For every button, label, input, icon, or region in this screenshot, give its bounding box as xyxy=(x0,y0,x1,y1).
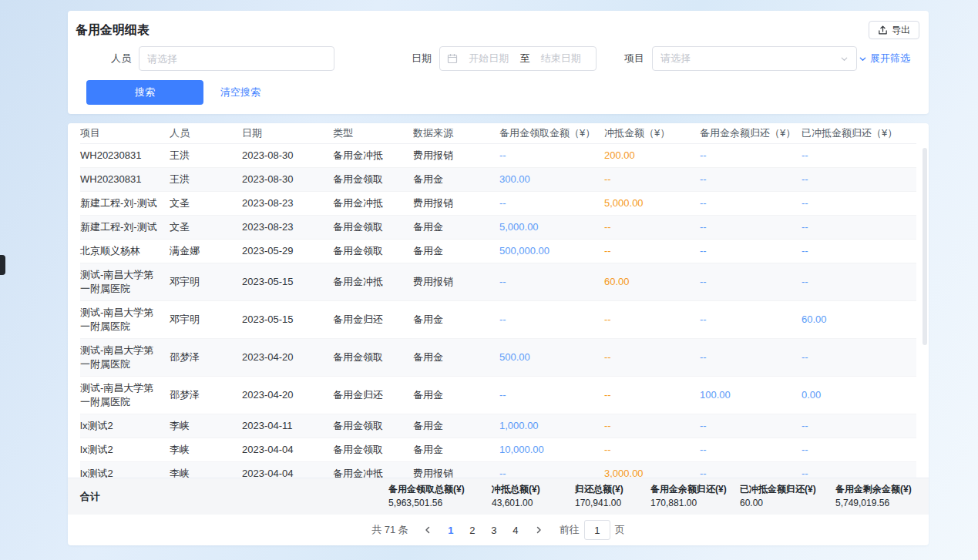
cell-offset_return: 0.00 xyxy=(802,376,916,414)
project-filter-select[interactable]: 请选择 xyxy=(652,46,857,71)
table-row[interactable]: lx测试2李峡2023-04-04备用金冲抵费用报销--3,000.00---- xyxy=(80,461,916,478)
cell-type: 备用金冲抵 xyxy=(333,263,413,300)
next-page-button[interactable] xyxy=(530,524,547,536)
export-button-label: 导出 xyxy=(892,25,910,35)
chevron-left-icon xyxy=(423,525,432,535)
page-button[interactable]: 3 xyxy=(484,520,504,540)
col-header-project: 项目 xyxy=(80,123,170,143)
date-start-placeholder: 开始日期 xyxy=(461,52,517,65)
summary-item: 冲抵总额(¥)43,601.00 xyxy=(492,484,575,509)
table-row[interactable]: 新建工程-刘-测试文圣2023-08-23备用金冲抵费用报销--5,000.00… xyxy=(80,191,916,215)
cell-source: 备用金 xyxy=(413,167,499,191)
goto-page-input[interactable] xyxy=(584,520,610,540)
cell-type: 备用金归还 xyxy=(333,300,413,338)
table-row[interactable]: 测试-南昌大学第一附属医院邵梦泽2023-04-20备用金领取备用金500.00… xyxy=(80,338,916,376)
date-end-placeholder: 结束日期 xyxy=(533,52,590,65)
cell-person: 李峡 xyxy=(170,461,242,478)
table-row[interactable]: 测试-南昌大学第一附属医院邓宇明2023-05-15备用金归还备用金------… xyxy=(80,300,916,338)
col-header-source: 数据来源 xyxy=(413,123,499,143)
table-row[interactable]: lx测试2李峡2023-04-04备用金领取备用金10,000.00------ xyxy=(80,438,916,461)
table-row[interactable]: WH20230831王洪2023-08-30备用金领取备用金300.00----… xyxy=(80,167,916,191)
table-row[interactable]: 测试-南昌大学第一附属医院邵梦泽2023-04-20备用金归还备用金----10… xyxy=(80,376,916,414)
page-button[interactable]: 2 xyxy=(462,520,482,540)
table-row[interactable]: 测试-南昌大学第一附属医院邓宇明2023-05-15备用金冲抵费用报销--60.… xyxy=(80,263,916,300)
table-scrollbar[interactable] xyxy=(923,148,927,345)
cell-source: 费用报销 xyxy=(413,263,499,300)
cell-offset_return: -- xyxy=(802,167,916,191)
cell-balance_return: -- xyxy=(700,167,802,191)
cell-balance_return: -- xyxy=(700,215,802,239)
col-header-balance-return: 备用金余额归还（¥） xyxy=(700,123,802,143)
cell-type: 备用金领取 xyxy=(333,215,413,239)
page-button[interactable]: 4 xyxy=(506,520,526,540)
table-row[interactable]: lx测试2李峡2023-04-11备用金领取备用金1,000.00------ xyxy=(80,414,916,438)
col-header-offset-return: 已冲抵金额归还（¥） xyxy=(802,123,916,143)
cell-date: 2023-08-30 xyxy=(242,143,333,167)
export-button[interactable]: 导出 xyxy=(869,21,919,39)
calendar-icon xyxy=(447,53,458,64)
cell-offset_return: -- xyxy=(802,338,916,376)
clear-search-link[interactable]: 清空搜索 xyxy=(220,86,260,99)
cell-project: lx测试2 xyxy=(80,438,170,461)
cell-project: 北京顺义杨林 xyxy=(80,239,170,263)
project-filter-placeholder: 请选择 xyxy=(660,52,840,65)
expand-filters-label: 展开筛选 xyxy=(870,52,910,65)
page-title: 备用金明细表 xyxy=(76,22,150,39)
cell-type: 备用金领取 xyxy=(333,239,413,263)
cell-date: 2023-08-30 xyxy=(242,167,333,191)
cell-balance_return: -- xyxy=(700,191,802,215)
col-header-withdraw-amount: 备用金领取金额（¥） xyxy=(499,123,604,143)
table-row[interactable]: 新建工程-刘-测试文圣2023-08-23备用金领取备用金5,000.00---… xyxy=(80,215,916,239)
prev-page-button[interactable] xyxy=(419,524,436,536)
table-row[interactable]: WH20230831王洪2023-08-30备用金冲抵费用报销--200.00-… xyxy=(80,143,916,167)
cell-withdraw: 500,000.00 xyxy=(499,239,604,263)
cell-project: WH20230831 xyxy=(80,143,170,167)
pagination-total: 共 71 条 xyxy=(371,523,408,537)
date-separator: 至 xyxy=(520,52,530,65)
date-range-input[interactable]: 开始日期 至 结束日期 xyxy=(439,46,597,71)
cell-balance_return: -- xyxy=(700,239,802,263)
cell-date: 2023-08-23 xyxy=(242,191,333,215)
page-button[interactable]: 1 xyxy=(441,520,461,540)
cell-project: WH20230831 xyxy=(80,167,170,191)
cell-balance_return: -- xyxy=(700,300,802,338)
cell-person: 邵梦泽 xyxy=(170,376,242,414)
cell-type: 备用金领取 xyxy=(333,338,413,376)
cell-source: 备用金 xyxy=(413,215,499,239)
cell-withdraw: -- xyxy=(499,300,604,338)
cell-offset: 200.00 xyxy=(604,143,700,167)
table-viewport: 项目 人员 日期 类型 数据来源 备用金领取金额（¥） 冲抵金额（¥） 备用金余… xyxy=(68,123,929,478)
col-header-date: 日期 xyxy=(242,123,333,143)
col-header-person: 人员 xyxy=(170,123,242,143)
cell-offset: -- xyxy=(604,300,700,338)
cell-type: 备用金领取 xyxy=(333,438,413,461)
cell-project: lx测试2 xyxy=(80,461,170,478)
person-filter-label: 人员 xyxy=(86,52,131,65)
cell-date: 2023-05-15 xyxy=(242,263,333,300)
cell-offset_return: -- xyxy=(802,143,916,167)
cell-type: 备用金领取 xyxy=(333,414,413,438)
cell-withdraw: 300.00 xyxy=(499,167,604,191)
filter-row: 人员 日期 开始日期 至 结束日期 项目 请选择 xyxy=(68,46,929,71)
cell-withdraw: -- xyxy=(499,461,604,478)
cell-source: 备用金 xyxy=(413,239,499,263)
date-filter: 日期 开始日期 至 结束日期 xyxy=(412,46,597,71)
table-card: 项目 人员 日期 类型 数据来源 备用金领取金额（¥） 冲抵金额（¥） 备用金余… xyxy=(68,123,929,545)
expand-filters-link[interactable]: 展开筛选 xyxy=(859,52,910,65)
cell-offset: 5,000.00 xyxy=(604,191,700,215)
cell-offset: -- xyxy=(604,338,700,376)
cell-offset: 60.00 xyxy=(604,263,700,300)
cell-person: 邓宇明 xyxy=(170,263,242,300)
cell-person: 王洪 xyxy=(170,167,242,191)
summary-item: 备用金余额归还(¥)170,881.00 xyxy=(650,484,740,509)
drawer-toggle[interactable] xyxy=(0,255,5,275)
cell-project: 测试-南昌大学第一附属医院 xyxy=(80,300,170,338)
cell-offset: -- xyxy=(604,414,700,438)
cell-offset: -- xyxy=(604,376,700,414)
person-filter-input[interactable] xyxy=(139,46,334,71)
cell-offset: -- xyxy=(604,239,700,263)
search-button[interactable]: 搜索 xyxy=(86,80,203,105)
table-row[interactable]: 北京顺义杨林满金娜2023-05-29备用金领取备用金500,000.00---… xyxy=(80,239,916,263)
table-body: WH20230831王洪2023-08-30备用金冲抵费用报销--200.00-… xyxy=(80,143,916,478)
cell-offset: -- xyxy=(604,215,700,239)
